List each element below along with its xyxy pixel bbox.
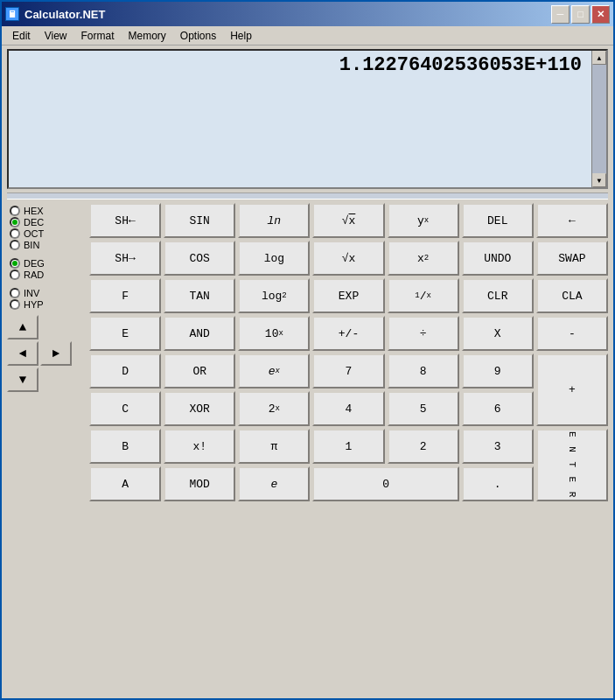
minimize-button[interactable]: ─ <box>551 5 570 24</box>
btn-swap[interactable]: SWAP <box>536 241 608 276</box>
btn-sqrt-bar[interactable]: √x <box>312 203 384 238</box>
menu-edit[interactable]: Edit <box>5 28 38 44</box>
nav-right-button[interactable]: ► <box>40 341 72 366</box>
btn-8[interactable]: 8 <box>388 354 459 388</box>
btn-undo[interactable]: UNDO <box>462 241 534 276</box>
btn-cla[interactable]: CLA <box>536 278 608 313</box>
radio-hex-label: HEX <box>24 206 44 216</box>
scroll-up-button[interactable]: ▲ <box>592 51 606 65</box>
radio-dec[interactable]: DEC <box>10 217 83 228</box>
btn-xor[interactable]: XOR <box>164 391 235 426</box>
scroll-track <box>592 65 606 173</box>
calc-body: HEX DEC OCT BIN DEG <box>2 200 613 698</box>
btn-plusminus[interactable]: +/- <box>312 316 384 351</box>
radio-hyp[interactable]: HYP <box>10 299 83 310</box>
btn-b[interactable]: B <box>89 429 161 464</box>
btn-or[interactable]: OR <box>164 354 235 388</box>
btn-6[interactable]: 6 <box>462 391 534 426</box>
btn-1[interactable]: 1 <box>312 429 384 464</box>
radio-oct-label: OCT <box>24 228 44 239</box>
btn-sqrt[interactable]: √x <box>312 241 384 276</box>
nav-row-mid: ◄ ► <box>7 341 86 366</box>
btn-4[interactable]: 4 <box>312 391 384 426</box>
menu-format[interactable]: Format <box>73 28 121 44</box>
btn-ln[interactable]: ln <box>238 203 310 238</box>
btn-c[interactable]: C <box>89 391 161 426</box>
nav-up-button[interactable]: ▲ <box>7 315 38 340</box>
display-value: 1.12276402536053E+110 <box>9 51 606 187</box>
btn-d[interactable]: D <box>89 354 161 388</box>
menu-memory[interactable]: Memory <box>122 28 173 44</box>
radio-deg-label: DEG <box>24 258 45 269</box>
radio-bin-label: BIN <box>24 240 39 250</box>
btn-9[interactable]: 9 <box>462 354 534 388</box>
scroll-down-button[interactable]: ▼ <box>592 173 606 187</box>
btn-5[interactable]: 5 <box>388 391 459 426</box>
btn-10x[interactable]: 10x <box>238 316 310 351</box>
menu-view[interactable]: View <box>38 28 74 44</box>
btn-a[interactable]: A <box>89 466 161 501</box>
radio-dec-circle <box>10 217 20 228</box>
btn-x2[interactable]: x2 <box>388 241 459 276</box>
radio-deg[interactable]: DEG <box>10 258 83 269</box>
radio-rad-label: RAD <box>24 270 44 280</box>
btn-ex[interactable]: ex <box>238 354 310 388</box>
nav-row-down: ▼ <box>7 368 86 392</box>
btn-f[interactable]: F <box>89 278 161 313</box>
btn-shift-right[interactable]: SH→ <box>89 241 161 276</box>
radio-inv[interactable]: INV <box>10 288 83 298</box>
btn-mod[interactable]: MOD <box>164 466 235 501</box>
btn-enter[interactable]: E N T E R <box>536 429 608 501</box>
radio-rad-circle <box>10 270 20 280</box>
btn-e[interactable]: E <box>89 316 161 351</box>
btn-and[interactable]: AND <box>164 316 235 351</box>
nav-buttons: ▲ ◄ ► ▼ <box>7 315 86 392</box>
btn-sin[interactable]: SIN <box>164 203 235 238</box>
display-scrollbar[interactable]: ▲ ▼ <box>591 51 606 187</box>
radio-bin-circle <box>10 240 20 250</box>
radio-inv-circle <box>10 288 20 298</box>
btn-log[interactable]: log <box>238 241 310 276</box>
btn-2x[interactable]: 2x <box>238 391 310 426</box>
nav-down-button[interactable]: ▼ <box>7 368 38 392</box>
btn-minus[interactable]: - <box>536 316 608 351</box>
btn-yx[interactable]: yx <box>388 203 459 238</box>
menu-help[interactable]: Help <box>223 28 259 44</box>
radio-bin[interactable]: BIN <box>10 240 83 250</box>
btn-2[interactable]: 2 <box>388 429 459 464</box>
btn-1x[interactable]: 1/x <box>388 278 459 313</box>
btn-factorial[interactable]: x! <box>164 429 235 464</box>
restore-button[interactable]: □ <box>571 5 590 24</box>
radio-oct-circle <box>10 228 20 239</box>
window-title: Calculator.NET <box>24 8 551 21</box>
btn-log2[interactable]: log2 <box>238 278 310 313</box>
menu-bar: Edit View Format Memory Options Help <box>2 26 613 46</box>
btn-del[interactable]: DEL <box>462 203 534 238</box>
btn-3[interactable]: 3 <box>462 429 534 464</box>
btn-7[interactable]: 7 <box>312 354 384 388</box>
btn-decimal[interactable]: . <box>462 466 534 501</box>
base-radio-group: HEX DEC OCT BIN <box>7 203 86 253</box>
btn-clr[interactable]: CLR <box>462 278 534 313</box>
btn-divide[interactable]: ÷ <box>388 316 459 351</box>
radio-oct[interactable]: OCT <box>10 228 83 239</box>
close-button[interactable]: ✕ <box>591 5 610 24</box>
radio-hex[interactable]: HEX <box>10 206 83 216</box>
btn-multiply[interactable]: X <box>462 316 534 351</box>
radio-rad[interactable]: RAD <box>10 270 83 280</box>
btn-pi[interactable]: π <box>238 429 310 464</box>
display-area: 1.12276402536053E+110 ▲ ▼ <box>7 49 608 189</box>
btn-exp[interactable]: EXP <box>312 278 384 313</box>
btn-shift-left[interactable]: SH← <box>89 203 161 238</box>
menu-options[interactable]: Options <box>173 28 223 44</box>
btn-tan[interactable]: TAN <box>164 278 235 313</box>
mode-radio-group: INV HYP <box>7 285 86 312</box>
btn-e-const[interactable]: e <box>238 466 310 501</box>
btn-0[interactable]: 0 <box>312 466 458 501</box>
btn-backspace[interactable]: ← <box>536 203 608 238</box>
radio-hyp-circle <box>10 299 20 310</box>
left-panel: HEX DEC OCT BIN DEG <box>7 203 86 695</box>
btn-plus[interactable]: + <box>536 354 608 426</box>
btn-cos[interactable]: COS <box>164 241 235 276</box>
nav-left-button[interactable]: ◄ <box>7 341 38 366</box>
